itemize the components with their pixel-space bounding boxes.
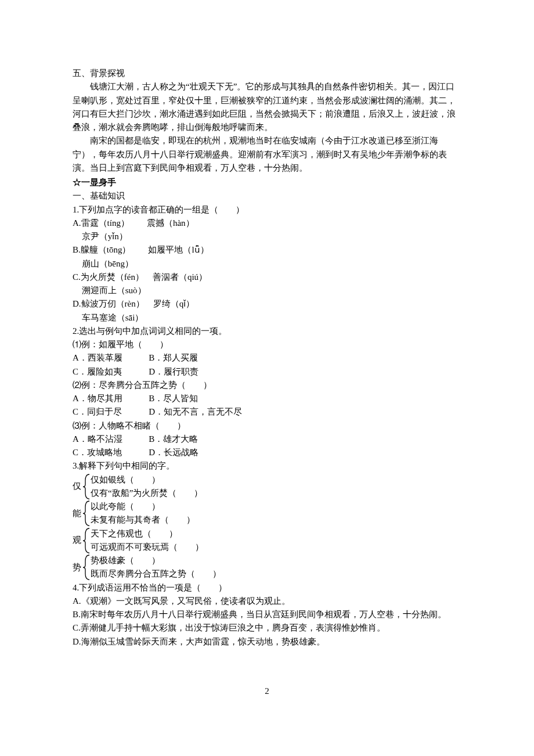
q1-option-c-line2: 溯迎而上（suò） xyxy=(73,284,461,297)
q1-stem: 1.下列加点字的读音都正确的一组是（ ） xyxy=(73,203,461,217)
q3-group-shi: 势 势极雄豪（ ） 既而尽奔腾分合五阵之势（ ） xyxy=(73,554,461,581)
q3-group-guan-char: 观 xyxy=(73,527,82,555)
q3-group-shi-item-1: 势极雄豪（ ） xyxy=(91,554,221,567)
q3-group-shi-char: 势 xyxy=(73,554,82,581)
q2-part1-option-b: B．郑人买履 xyxy=(149,351,198,365)
section-heading-show: ☆一显身手 xyxy=(73,176,461,189)
brace-icon xyxy=(82,554,91,581)
q2-part1-row2: C．履险如夷 D．履行职责 xyxy=(73,365,461,379)
q3-group-shi-item-2: 既而尽奔腾分合五阵之势（ ） xyxy=(91,567,221,581)
q2-part1-option-d: D．履行职责 xyxy=(149,365,199,379)
q1-option-b-line1: B.艨艟（tōng） 如履平地（lǚ） xyxy=(73,243,461,257)
brace-icon xyxy=(82,473,91,501)
q2-part1-example: ⑴例：如履平地（ ） xyxy=(73,338,461,351)
q3-group-neng-item-1: 以此夸能（ ） xyxy=(91,500,195,513)
q4-option-c: C.弄潮健儿手持十幅大彩旗，出没于惊涛巨浪之中，腾身百变，表演得惟妙惟肖。 xyxy=(73,621,461,635)
q3-group-guan: 观 天下之伟观也（ ） 可远观而不可亵玩焉（ ） xyxy=(73,527,461,555)
document-page: 五、背景探视 钱塘江大潮，古人称之为“壮观天下无”。它的形成与其独具的自然条件密… xyxy=(0,0,534,733)
q2-part2-option-c: C．同归于尽 xyxy=(73,405,147,419)
q2-stem: 2.选出与例句中加点词词义相同的一项。 xyxy=(73,325,461,338)
q3-group-guan-item-1: 天下之伟观也（ ） xyxy=(91,527,204,541)
q2-part3-option-c: C．攻城略地 xyxy=(73,446,147,459)
page-number: 2 xyxy=(73,685,461,698)
q2-part2-option-a: A．物尽其用 xyxy=(73,392,147,405)
q2-part1-option-c: C．履险如夷 xyxy=(73,365,147,379)
q3-group-jin-item-1: 仅如银线（ ） xyxy=(91,473,203,487)
q4-option-a: A.《观潮》一文既写风景，又写民俗，使读者叹为观止。 xyxy=(73,595,461,608)
q1-option-a-line1: A.雷霆（tíng） 震撼（hàn） xyxy=(73,217,461,230)
q2-part3-option-b: B．雄才大略 xyxy=(149,433,198,446)
paragraph-background-1: 钱塘江大潮，古人称之为“壮观天下无”。它的形成与其独具的自然条件密切相关。其一，… xyxy=(73,80,461,134)
q4-option-d: D.海潮似玉城雪岭际天而来，大声如雷霆，惊天动地，势极雄豪。 xyxy=(73,635,461,649)
q4-stem: 4.下列成语运用不恰当的一项是（ ） xyxy=(73,581,461,595)
q1-option-b-line2: 崩山（bēng） xyxy=(73,257,461,271)
q3-group-guan-item-2: 可远观而不可亵玩焉（ ） xyxy=(91,541,204,554)
q2-part2-option-b: B．尽人皆知 xyxy=(149,392,198,405)
q3-group-jin-char: 仅 xyxy=(73,473,82,501)
q2-part3-example: ⑶例：人物略不相睹（ ） xyxy=(73,419,461,433)
q3-group-neng-char: 能 xyxy=(73,500,82,527)
q3-stem: 3.解释下列句中相同的字。 xyxy=(73,459,461,473)
q3-group-neng: 能 以此夸能（ ） 未复有能与其奇者（ ） xyxy=(73,500,461,527)
q2-part3-row2: C．攻城略地 D．长远战略 xyxy=(73,446,461,459)
q4-option-b: B.南宋时每年农历八月十八日举行观潮盛典，当日从宫廷到民间争相观看，万人空巷，十… xyxy=(73,608,461,621)
q1-option-c-line1: C.为火所焚（fén） 善泅者（qiú） xyxy=(73,271,461,284)
q3-group-neng-item-2: 未复有能与其奇者（ ） xyxy=(91,513,195,527)
brace-icon xyxy=(82,500,91,527)
q1-option-d-line2: 车马塞途（sāi） xyxy=(73,311,461,325)
brace-icon xyxy=(82,527,91,555)
q2-part2-row2: C．同归于尽 D．知无不言，言无不尽 xyxy=(73,405,461,419)
q3-group-jin: 仅 仅如银线（ ） 仅有“敌船”为火所焚（ ） xyxy=(73,473,461,501)
section-heading-basics: 一、基础知识 xyxy=(73,189,461,203)
q3-group-jin-item-2: 仅有“敌船”为火所焚（ ） xyxy=(91,487,203,500)
q2-part3-option-d: D．长远战略 xyxy=(149,446,199,459)
q1-option-d-line1: D.鲸波万仞（rèn） 罗绮（qǐ） xyxy=(73,297,461,311)
q2-part3-row1: A．略不沾湿 B．雄才大略 xyxy=(73,433,461,446)
q2-part2-row1: A．物尽其用 B．尽人皆知 xyxy=(73,392,461,405)
paragraph-background-2: 南宋的国都是临安，即现在的杭州，观潮地当时在临安城南（今由于江水改道已移至浙江海… xyxy=(73,134,461,175)
q1-option-a-line2: 京尹（yǐn） xyxy=(73,230,461,243)
q2-part1-row1: A．西装革履 B．郑人买履 xyxy=(73,351,461,365)
q2-part2-option-d: D．知无不言，言无不尽 xyxy=(149,405,242,419)
section-heading-background: 五、背景探视 xyxy=(73,67,461,80)
q2-part3-option-a: A．略不沾湿 xyxy=(73,433,147,446)
q2-part2-example: ⑵例：尽奔腾分合五阵之势（ ） xyxy=(73,379,461,392)
q2-part1-option-a: A．西装革履 xyxy=(73,351,147,365)
